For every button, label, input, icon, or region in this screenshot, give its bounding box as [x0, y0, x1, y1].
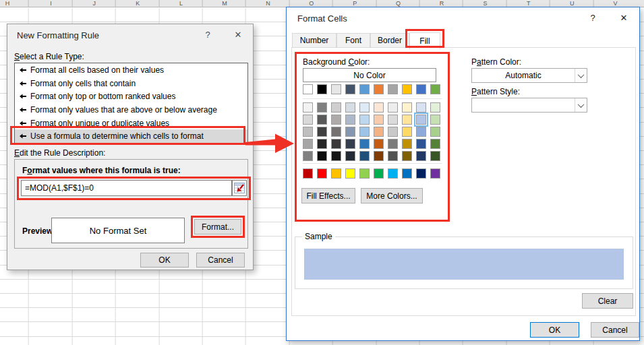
color-swatch[interactable]: [402, 115, 412, 125]
range-selector-button[interactable]: [232, 180, 247, 196]
pattern-color-select[interactable]: Automatic: [471, 68, 587, 83]
color-swatch[interactable]: [317, 102, 327, 113]
cancel-button[interactable]: Cancel: [196, 253, 245, 268]
color-swatch[interactable]: [345, 115, 355, 125]
rule-type-item[interactable]: Format all cells based on their values: [15, 63, 247, 77]
color-swatch[interactable]: [416, 127, 426, 137]
column-header[interactable]: M: [222, 0, 227, 7]
format-button[interactable]: Format...: [194, 219, 241, 234]
formula-input[interactable]: =MOD(A1,$F$1)=0: [21, 180, 232, 196]
color-swatch[interactable]: [416, 168, 426, 179]
color-swatch[interactable]: [317, 115, 327, 125]
help-button[interactable]: ?: [587, 13, 598, 23]
color-swatch[interactable]: [430, 102, 440, 113]
close-icon[interactable]: ✕: [233, 30, 243, 40]
color-swatch[interactable]: [388, 139, 398, 149]
color-swatch[interactable]: [359, 84, 370, 94]
color-swatch[interactable]: [430, 168, 440, 179]
color-swatch[interactable]: [303, 84, 313, 94]
color-swatch[interactable]: [416, 151, 426, 161]
color-swatch[interactable]: [303, 151, 313, 161]
help-button[interactable]: ?: [202, 30, 213, 40]
fill-effects-button[interactable]: Fill Effects...: [301, 188, 355, 203]
color-swatch[interactable]: [388, 151, 398, 161]
color-swatch[interactable]: [345, 127, 355, 137]
color-swatch[interactable]: [331, 102, 341, 113]
color-swatch[interactable]: [388, 115, 398, 125]
color-swatch[interactable]: [331, 115, 341, 125]
color-swatch[interactable]: [359, 139, 370, 149]
color-swatch[interactable]: [430, 139, 440, 149]
color-swatch[interactable]: [303, 127, 313, 137]
color-swatch[interactable]: [388, 84, 398, 94]
rule-type-item[interactable]: Format only unique or duplicate values: [15, 117, 247, 130]
color-swatch[interactable]: [430, 127, 440, 137]
rule-type-item[interactable]: Format only cells that contain: [15, 77, 247, 90]
column-header[interactable]: I: [50, 0, 52, 7]
color-swatch[interactable]: [416, 84, 426, 94]
color-swatch[interactable]: [402, 168, 412, 179]
chevron-down-icon[interactable]: [575, 98, 587, 112]
color-swatch[interactable]: [303, 168, 313, 179]
tab-font[interactable]: Font: [336, 33, 370, 48]
color-swatch[interactable]: [416, 139, 426, 149]
pattern-style-select[interactable]: [471, 98, 587, 113]
ok-button[interactable]: OK: [530, 322, 579, 338]
color-swatch[interactable]: [430, 115, 440, 125]
color-swatch[interactable]: [359, 115, 370, 125]
more-colors-button[interactable]: More Colors...: [361, 188, 423, 203]
color-swatch[interactable]: [402, 84, 412, 94]
column-header[interactable]: L: [179, 0, 183, 7]
color-swatch[interactable]: [430, 84, 440, 94]
color-swatch[interactable]: [331, 151, 341, 161]
color-swatch[interactable]: [331, 139, 341, 149]
column-header[interactable]: H: [5, 0, 10, 7]
tab-number[interactable]: Number: [292, 33, 336, 48]
color-swatch[interactable]: [303, 102, 313, 113]
rule-type-listbox[interactable]: Format all cells based on their valuesFo…: [14, 63, 248, 144]
chevron-down-icon[interactable]: [575, 69, 587, 82]
cancel-button[interactable]: Cancel: [591, 322, 639, 338]
color-swatch[interactable]: [416, 115, 426, 125]
color-swatch[interactable]: [345, 168, 355, 179]
color-swatch[interactable]: [345, 151, 355, 161]
color-swatch[interactable]: [331, 84, 341, 94]
color-swatch[interactable]: [317, 139, 327, 149]
color-swatch[interactable]: [374, 84, 384, 94]
color-swatch[interactable]: [359, 102, 370, 113]
color-swatch[interactable]: [317, 168, 327, 179]
color-swatch[interactable]: [374, 115, 384, 125]
close-icon[interactable]: ✕: [618, 13, 629, 23]
color-swatch[interactable]: [402, 139, 412, 149]
color-swatch[interactable]: [317, 127, 327, 137]
rule-type-item[interactable]: Format only top or bottom ranked values: [15, 90, 247, 103]
color-swatch[interactable]: [331, 168, 341, 179]
color-swatch[interactable]: [402, 151, 412, 161]
color-swatch[interactable]: [345, 102, 355, 113]
color-swatch[interactable]: [317, 84, 327, 94]
color-swatch[interactable]: [388, 168, 398, 179]
color-swatch[interactable]: [402, 102, 412, 113]
color-swatch[interactable]: [345, 139, 355, 149]
color-swatch[interactable]: [388, 127, 398, 137]
color-swatch[interactable]: [416, 102, 426, 113]
rule-type-item[interactable]: Use a formula to determine which cells t…: [15, 129, 247, 143]
color-swatch[interactable]: [359, 168, 370, 179]
column-header[interactable]: K: [136, 0, 140, 7]
column-header[interactable]: J: [93, 0, 96, 7]
color-swatch[interactable]: [303, 115, 313, 125]
color-swatch[interactable]: [331, 127, 341, 137]
column-header[interactable]: N: [266, 0, 270, 7]
color-swatch[interactable]: [374, 168, 384, 179]
color-swatch[interactable]: [402, 127, 412, 137]
color-swatch[interactable]: [359, 127, 370, 137]
color-swatch[interactable]: [388, 102, 398, 113]
tab-fill[interactable]: Fill: [409, 32, 440, 49]
color-swatch[interactable]: [345, 84, 355, 94]
color-swatch[interactable]: [374, 102, 384, 113]
color-swatch[interactable]: [374, 139, 384, 149]
clear-button[interactable]: Clear: [582, 293, 633, 309]
color-swatch[interactable]: [317, 151, 327, 161]
color-swatch[interactable]: [303, 139, 313, 149]
color-swatch[interactable]: [430, 151, 440, 161]
